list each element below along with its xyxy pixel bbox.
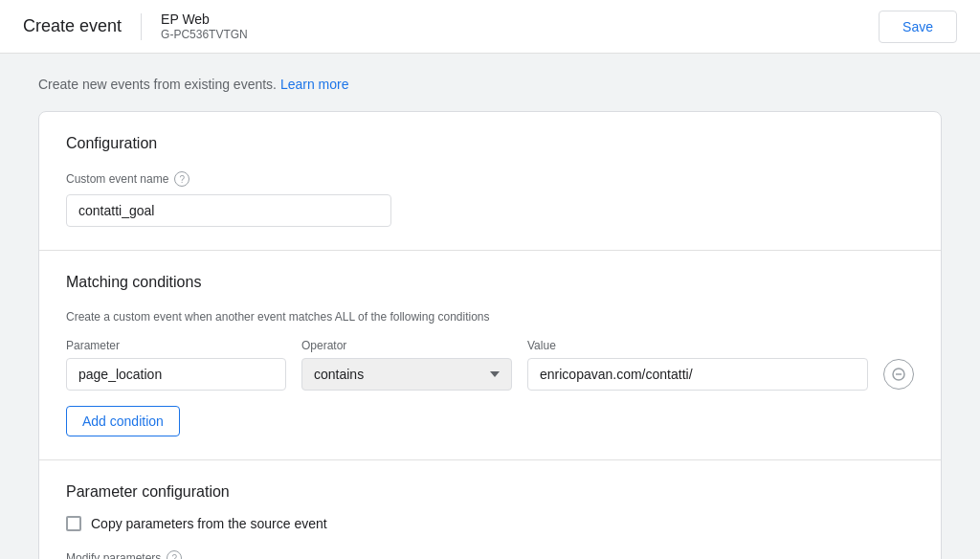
custom-event-name-label: Custom event name ?: [66, 171, 914, 187]
save-button[interactable]: Save: [879, 11, 957, 43]
remove-condition-button[interactable]: [883, 359, 914, 390]
modify-parameters-label: Modify parameters ?: [66, 550, 914, 559]
add-condition-button[interactable]: Add condition: [66, 406, 180, 436]
info-text: Create new events from existing events. …: [38, 77, 942, 92]
custom-event-name-input[interactable]: [66, 194, 391, 227]
custom-event-name-text: Custom event name: [66, 172, 168, 186]
condition-row: contains equals starts with ends with do…: [66, 358, 914, 391]
conditions-description: Create a custom event when another event…: [66, 310, 914, 324]
header-divider: [141, 13, 142, 40]
operator-select[interactable]: contains equals starts with ends with do…: [301, 358, 512, 391]
matching-conditions-title: Matching conditions: [66, 274, 914, 291]
app-header: Create event EP Web G-PC536TVTGN Save: [0, 0, 980, 54]
parameter-configuration-title: Parameter configuration: [66, 483, 914, 501]
page-title: Create event: [23, 16, 122, 36]
main-content: Create new events from existing events. …: [0, 54, 980, 559]
configuration-section-title: Configuration: [66, 135, 914, 152]
parameter-input[interactable]: [66, 358, 286, 391]
operator-col-label: Operator: [301, 339, 512, 352]
property-info: EP Web G-PC536TVTGN: [161, 11, 248, 43]
value-col-label: Value: [527, 339, 914, 352]
learn-more-link[interactable]: Learn more: [280, 77, 349, 92]
modify-parameters-help-icon[interactable]: ?: [167, 550, 182, 559]
conditions-header-row: Parameter Operator Value: [66, 339, 914, 352]
copy-parameters-checkbox[interactable]: [66, 516, 81, 531]
matching-conditions-section: Matching conditions Create a custom even…: [39, 251, 941, 460]
header-left: Create event EP Web G-PC536TVTGN: [23, 11, 248, 43]
copy-parameters-row: Copy parameters from the source event: [66, 516, 914, 531]
property-name: EP Web: [161, 11, 248, 28]
parameter-configuration-section: Parameter configuration Copy parameters …: [39, 460, 941, 559]
copy-parameters-label[interactable]: Copy parameters from the source event: [91, 516, 327, 531]
minus-icon: [892, 368, 905, 381]
custom-event-name-help-icon[interactable]: ?: [174, 171, 189, 187]
info-text-content: Create new events from existing events.: [38, 77, 277, 92]
property-id: G-PC536TVTGN: [161, 28, 248, 43]
configuration-card: Configuration Custom event name ? Matchi…: [38, 111, 942, 559]
custom-event-section: Configuration Custom event name ?: [39, 112, 941, 251]
value-input[interactable]: [527, 358, 868, 391]
parameter-col-label: Parameter: [66, 339, 286, 352]
modify-parameters-text: Modify parameters: [66, 551, 161, 559]
